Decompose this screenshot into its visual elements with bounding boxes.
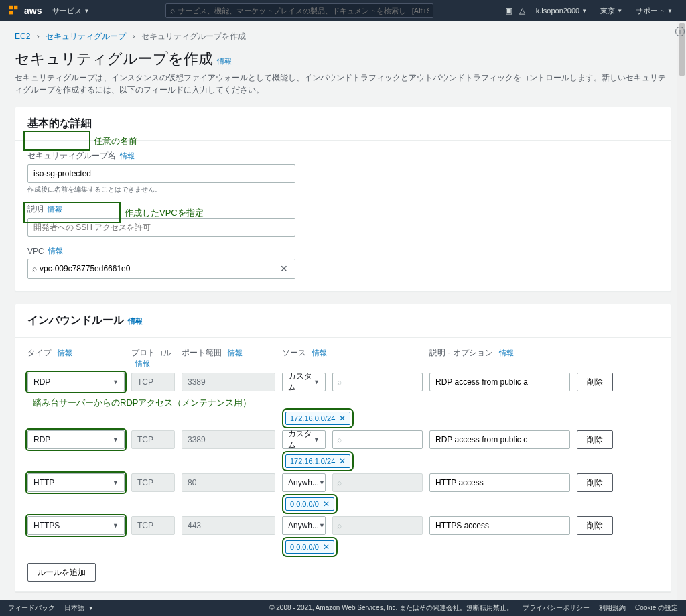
nav-search-input[interactable] — [178, 7, 429, 15]
rule-desc-input[interactable] — [429, 473, 570, 492]
remove-chip-icon[interactable]: ✕ — [323, 542, 330, 552]
search-icon: ⌕ — [337, 435, 342, 444]
info-link[interactable]: 情報 — [217, 56, 232, 66]
chip-row: 172.16.1.0/24✕ — [285, 454, 659, 468]
page-desc: セキュリティグループは、インスタンスの仮想ファイアウォールとして機能し、インバウ… — [15, 72, 671, 96]
port-readonly: 80 — [182, 473, 275, 492]
scrollbar[interactable] — [677, 21, 686, 600]
info-link[interactable]: 情報 — [128, 316, 143, 326]
cookie-link[interactable]: Cookie の設定 — [635, 603, 678, 613]
privacy-link[interactable]: プライバシーポリシー — [523, 603, 590, 613]
breadcrumb: EC2 › セキュリティグループ › セキュリティグループを作成 — [15, 31, 671, 42]
chip-row: 0.0.0.0/0✕ — [285, 540, 659, 554]
type-select[interactable]: RDP▼ — [27, 430, 125, 449]
info-link[interactable]: 情報 — [48, 204, 62, 214]
delete-rule-button[interactable]: 削除 — [577, 430, 613, 449]
info-icon[interactable]: i — [675, 27, 685, 36]
source-search[interactable]: ⌕ — [332, 430, 423, 449]
aws-logo-icon[interactable] — [8, 5, 20, 17]
port-readonly: 443 — [182, 516, 275, 535]
col-port: ポート範囲 — [182, 348, 222, 357]
aws-logo[interactable]: aws — [24, 5, 42, 16]
breadcrumb-sg[interactable]: セキュリティグループ — [46, 32, 126, 41]
col-source: ソース — [282, 348, 306, 357]
nav-search-wrap: ⌕ — [94, 3, 503, 18]
caret-down-icon: ▼ — [84, 8, 89, 14]
svg-rect-2 — [9, 11, 13, 14]
account-menu[interactable]: k.isopon2000▼ — [531, 7, 592, 15]
type-select[interactable]: RDP▼ — [27, 373, 125, 391]
delete-rule-button[interactable]: 削除 — [577, 373, 613, 391]
annotation-text: 作成したVPCを指定 — [125, 207, 204, 219]
rule-desc-input[interactable] — [429, 373, 570, 391]
clear-icon[interactable]: ✕ — [277, 263, 291, 274]
source-select[interactable]: Anywh...▼ — [282, 516, 326, 535]
caret-down-icon: ▼ — [113, 522, 119, 529]
support-menu[interactable]: サポート▼ — [630, 6, 678, 16]
source-select[interactable]: Anywh...▼ — [282, 473, 326, 492]
info-link[interactable]: 情報 — [312, 349, 327, 357]
delete-rule-button[interactable]: 削除 — [577, 473, 613, 492]
source-select[interactable]: カスタム▼ — [282, 430, 326, 449]
caret-down-icon: ▼ — [113, 436, 119, 443]
info-link[interactable]: 情報 — [228, 349, 243, 357]
vpc-label: VPC — [27, 247, 44, 256]
terms-link[interactable]: 利用規約 — [599, 603, 626, 613]
annotation-text: 任意の名前 — [94, 135, 137, 147]
footer: フィードバック 日本語 ▼ © 2008 - 2021, Amazon Web … — [0, 600, 686, 616]
top-nav: aws サービス▼ ⌕ ▣ △ k.isopon2000▼ 東京▼ サポート▼ — [0, 0, 686, 21]
type-select[interactable]: HTTP▼ — [27, 473, 125, 492]
annotation-text: 踏み台サーバーからのRDPアクセス（メンテナンス用） — [33, 397, 659, 409]
chevron-right-icon: › — [132, 32, 135, 41]
inbound-panel: インバウンドルール情報 タイプ 情報 プロトコル情報 ポート範囲 情報 ソース … — [15, 304, 671, 592]
info-link[interactable]: 情報 — [58, 349, 72, 357]
caret-down-icon: ▼ — [319, 522, 325, 529]
caret-down-icon: ▼ — [113, 379, 119, 385]
cidr-chip: 0.0.0.0/0✕ — [285, 497, 334, 511]
region-menu[interactable]: 東京▼ — [595, 6, 628, 16]
add-inbound-rule-button[interactable]: ルールを追加 — [27, 563, 96, 582]
source-search[interactable]: ⌕ — [332, 373, 423, 391]
lang-select[interactable]: 日本語 ▼ — [64, 603, 94, 613]
rule-desc-input[interactable] — [429, 430, 570, 449]
desc-input[interactable] — [27, 218, 295, 237]
vpc-input[interactable] — [40, 264, 277, 273]
breadcrumb-ec2[interactable]: EC2 — [15, 32, 30, 41]
sg-name-hint: 作成後に名前を編集することはできません。 — [27, 185, 659, 194]
protocol-readonly: TCP — [131, 473, 175, 492]
info-link[interactable]: 情報 — [48, 246, 63, 256]
source-select[interactable]: カスタム▼ — [282, 373, 326, 391]
type-select[interactable]: HTTPS▼ — [27, 516, 125, 535]
cloudshell-icon[interactable]: ▣ — [504, 5, 514, 16]
basic-details-panel: 基本的な詳細 セキュリティグループ名情報 作成後に名前を編集することはできません… — [15, 107, 671, 292]
info-link[interactable]: 情報 — [499, 349, 514, 357]
delete-rule-button[interactable]: 削除 — [577, 516, 613, 535]
sg-name-input[interactable] — [27, 164, 295, 183]
feedback-link[interactable]: フィードバック — [8, 603, 55, 613]
source-search: ⌕ — [332, 516, 423, 535]
search-icon: ⌕ — [32, 264, 37, 273]
notifications-icon[interactable]: △ — [517, 5, 528, 16]
protocol-readonly: TCP — [131, 430, 175, 449]
col-desc: 説明 - オプション — [429, 348, 493, 357]
services-menu[interactable]: サービス▼ — [47, 6, 94, 16]
search-icon: ⌕ — [337, 377, 342, 387]
page-title: セキュリティグループを作成情報 — [15, 49, 671, 69]
chevron-right-icon: › — [37, 32, 40, 41]
remove-chip-icon[interactable]: ✕ — [339, 414, 346, 423]
info-link[interactable]: 情報 — [135, 359, 150, 367]
rule-row: RDP▼ TCP 3389 カスタム▼ ⌕ 削除 — [27, 373, 659, 391]
nav-search[interactable]: ⌕ — [165, 3, 433, 18]
source-search: ⌕ — [332, 473, 423, 492]
info-link[interactable]: 情報 — [120, 151, 135, 161]
vpc-select[interactable]: ⌕ ✕ — [27, 259, 295, 279]
svg-rect-1 — [14, 6, 17, 9]
rule-desc-input[interactable] — [429, 516, 570, 535]
caret-down-icon: ▼ — [314, 379, 320, 385]
desc-label: 説明 — [27, 204, 44, 215]
chip-row: 172.16.0.0/24✕ — [285, 412, 659, 425]
remove-chip-icon[interactable]: ✕ — [323, 499, 330, 509]
copyright: © 2008 - 2021, Amazon Web Services, Inc.… — [269, 603, 513, 613]
protocol-readonly: TCP — [131, 516, 175, 535]
remove-chip-icon[interactable]: ✕ — [339, 456, 346, 466]
